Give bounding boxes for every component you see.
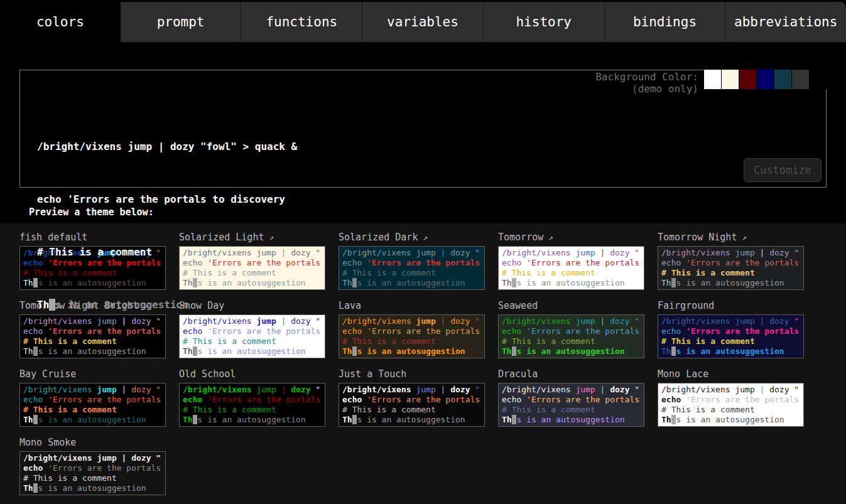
external-link-icon[interactable]: ↗ <box>418 233 428 242</box>
token-pipe: | <box>122 453 132 463</box>
theme-preview[interactable]: /bright/vixens jump | dozy "echo 'Errors… <box>658 246 804 290</box>
token-path: /bright/vixens <box>661 248 735 257</box>
sample-line-comment: # This is a comment <box>661 268 800 278</box>
token-dozy: dozy <box>131 385 156 394</box>
background-swatch-dark-gray[interactable] <box>791 70 809 89</box>
token-comment: # This is a comment <box>661 268 755 277</box>
token-dozy: dozy <box>769 248 794 257</box>
sample-line-quote: echo 'Errors are the portals <box>342 395 481 405</box>
token-jump: jump <box>416 316 440 326</box>
theme-preview[interactable]: /bright/vixens jump | dozy "echo 'Errors… <box>19 383 166 427</box>
theme-card[interactable]: Dracula/bright/vixens jump | dozy "echo … <box>498 368 644 427</box>
token-dozy: dozy <box>769 316 794 326</box>
token-pipe: | <box>600 248 610 257</box>
theme-title: Mono Smoke <box>19 437 166 448</box>
theme-preview[interactable]: /bright/vixens jump | dozy "echo 'Errors… <box>498 246 644 290</box>
token-th: Th <box>23 346 33 356</box>
token-quote: " <box>156 453 161 463</box>
sample-line-autosuggestion: This is an autosuggestion <box>23 415 162 425</box>
background-swatch-strip <box>703 70 827 89</box>
theme-preview[interactable]: /bright/vixens jump | dozy "echo 'Errors… <box>19 451 166 495</box>
tab-prompt[interactable]: prompt <box>121 2 242 42</box>
token-comment: # This is a comment <box>183 405 276 414</box>
theme-card[interactable]: Mono Lace/bright/vixens jump | dozy "ech… <box>658 368 804 427</box>
token-path: /bright/vixens <box>342 316 416 326</box>
sample-line-comment: # This is a comment <box>23 405 162 415</box>
theme-card[interactable]: Mono Smoke/bright/vixens jump | dozy "ec… <box>19 437 166 495</box>
background-swatch-cream[interactable] <box>721 70 739 89</box>
token-error: 'Errors are the portals <box>367 395 480 404</box>
external-link-icon[interactable]: ↗ <box>543 233 553 242</box>
tab-functions[interactable]: functions <box>241 2 362 42</box>
theme-preview[interactable]: /bright/vixens jump | dozy "echo 'Errors… <box>339 314 485 358</box>
token-quote: " <box>315 248 320 257</box>
theme-preview[interactable]: /bright/vixens jump | dozy "echo 'Errors… <box>339 246 485 290</box>
token-echo: echo <box>661 258 686 267</box>
theme-preview[interactable]: /bright/vixens jump | dozy "echo 'Errors… <box>339 383 485 427</box>
sample-line-comment: # This is a comment <box>342 336 481 346</box>
theme-card[interactable]: Bay Cruise/bright/vixens jump | dozy "ec… <box>19 368 166 427</box>
theme-preview[interactable]: /bright/vixens jump | dozy "echo 'Errors… <box>179 383 325 427</box>
token-comment: # This is a comment <box>661 405 755 414</box>
theme-title: Old School <box>179 368 325 380</box>
token-comment: # This is a comment <box>342 405 436 414</box>
token-pipe: | <box>441 385 451 394</box>
token-quote: " <box>794 385 799 394</box>
tab-history[interactable]: history <box>484 2 605 42</box>
token-jump: jump <box>735 248 759 257</box>
sample-line-comment: # This is a comment <box>183 405 322 415</box>
background-swatch-dark-red[interactable] <box>739 70 756 89</box>
theme-preview[interactable]: /bright/vixens jump | dozy "echo 'Errors… <box>658 383 804 427</box>
token-echo: echo <box>502 395 526 404</box>
external-link-icon[interactable]: ↗ <box>737 233 747 242</box>
token-path: /bright/vixens <box>502 316 575 326</box>
background-swatch-teal[interactable] <box>774 70 791 89</box>
tab-colors[interactable]: colors <box>0 2 121 42</box>
sample-line-command: /bright/vixens jump | dozy " <box>502 316 641 326</box>
token-error: 'Errors are the portals <box>526 326 639 336</box>
background-swatch-white[interactable] <box>703 70 721 89</box>
token-path: /bright/vixens <box>23 385 97 394</box>
theme-card[interactable]: Fairground/bright/vixens jump | dozy "ec… <box>658 300 804 358</box>
theme-preview[interactable]: /bright/vixens jump | dozy "echo 'Errors… <box>658 314 804 358</box>
sample-line-comment: # This is a comment <box>342 268 481 278</box>
sample-line-autosuggestion: This is an autosuggestion <box>502 278 641 288</box>
theme-preview[interactable]: /bright/vixens jump | dozy "echo 'Errors… <box>498 314 644 358</box>
theme-card[interactable]: Solarized Dark ↗/bright/vixens jump | do… <box>339 232 485 290</box>
token-pipe: | <box>760 385 770 394</box>
tab-variables[interactable]: variables <box>362 2 484 42</box>
sample-line-autosuggestion: This is an autosuggestion <box>661 415 800 425</box>
theme-card[interactable]: Just a Touch/bright/vixens jump | dozy "… <box>339 368 485 427</box>
preview-line-autosuggestion: This is an autosuggestion <box>37 296 297 314</box>
token-error: 'Errors are the portals <box>367 326 480 336</box>
tab-bindings[interactable]: bindings <box>605 2 726 42</box>
theme-title: Bay Cruise <box>19 368 166 380</box>
sample-line-quote: echo 'Errors are the portals <box>661 258 800 268</box>
token-pipe: | <box>441 316 451 326</box>
background-swatch-black[interactable] <box>809 70 827 89</box>
token-quote: " <box>475 385 480 394</box>
theme-card[interactable]: Old School/bright/vixens jump | dozy "ec… <box>179 368 325 427</box>
token-echo: echo <box>342 258 367 267</box>
theme-card[interactable]: Tomorrow Night ↗/bright/vixens jump | do… <box>658 232 804 290</box>
background-swatch-navy[interactable] <box>756 70 774 89</box>
token-dozy: dozy <box>610 316 634 326</box>
customize-button[interactable]: Customize <box>744 158 822 182</box>
sample-line-command: /bright/vixens jump | dozy " <box>661 385 800 395</box>
token-error: 'Errors are the portals <box>686 258 799 267</box>
token-quote: " <box>634 248 639 257</box>
theme-preview[interactable]: /bright/vixens jump | dozy "echo 'Errors… <box>498 383 644 427</box>
token-jump: jump <box>416 385 440 394</box>
token-error: 'Errors are the portals <box>48 395 161 404</box>
theme-card[interactable]: Tomorrow ↗/bright/vixens jump | dozy "ec… <box>498 232 644 290</box>
theme-card[interactable]: Seaweed/bright/vixens jump | dozy "echo … <box>498 300 644 358</box>
theme-card[interactable]: Lava/bright/vixens jump | dozy "echo 'Er… <box>339 300 485 358</box>
tab-abbreviations[interactable]: abbreviations <box>725 2 846 42</box>
background-color-label-text: Background Color: <box>595 71 698 83</box>
token-dozy: dozy <box>450 248 475 257</box>
token-dozy: dozy <box>450 316 475 326</box>
token-comment: # This is a comment <box>502 405 595 414</box>
token-quote: " <box>315 385 320 394</box>
sample-line-comment: # This is a comment <box>661 405 800 415</box>
token-auto: s is an autosuggestion <box>676 346 784 356</box>
